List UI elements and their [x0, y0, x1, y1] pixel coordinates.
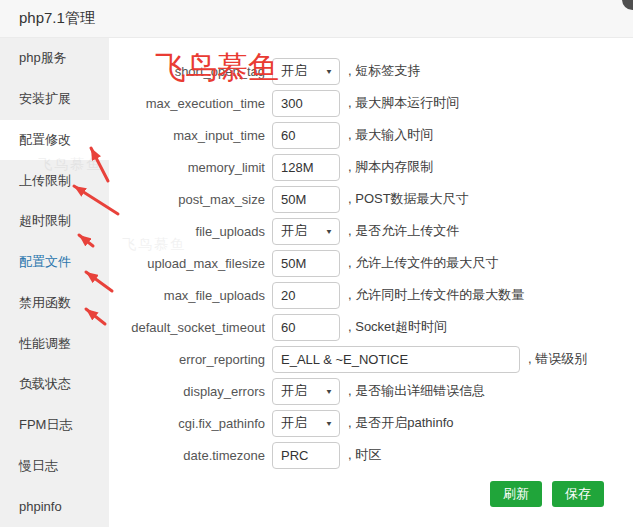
short-open-tag-select[interactable]: 开启 ▼	[272, 58, 340, 85]
memory-limit-input[interactable]	[272, 154, 340, 181]
field-label: date.timezone	[109, 448, 265, 463]
select-value: 开启	[281, 382, 307, 400]
sidebar-item-php-service[interactable]: php服务	[0, 38, 109, 79]
date-timezone-input[interactable]	[272, 442, 340, 469]
field-description: , 是否输出详细错误信息	[348, 382, 485, 400]
form-row: default_socket_timeout , Socket超时时间	[109, 311, 633, 343]
field-label: upload_max_filesize	[109, 256, 265, 271]
max-input-time-input[interactable]	[272, 122, 340, 149]
refresh-button[interactable]: 刷新	[490, 481, 542, 507]
field-label: cgi.fix_pathinfo	[109, 416, 265, 431]
field-label: max_input_time	[109, 128, 265, 143]
field-description: , 脚本内存限制	[348, 158, 433, 176]
field-description: , 允许同时上传文件的最大数量	[348, 286, 524, 304]
field-label: error_reporting	[109, 352, 265, 367]
chevron-down-icon: ▼	[325, 387, 333, 395]
sidebar-item-phpinfo[interactable]: phpinfo	[0, 486, 109, 527]
field-description: , 最大脚本运行时间	[348, 94, 459, 112]
select-value: 开启	[281, 62, 307, 80]
sidebar-item-slow-log[interactable]: 慢日志	[0, 446, 109, 487]
field-label: file_uploads	[109, 224, 265, 239]
default-socket-timeout-input[interactable]	[272, 314, 340, 341]
panel-title: php7.1管理	[0, 9, 95, 28]
field-description: , 最大输入时间	[348, 126, 433, 144]
display-errors-select[interactable]: 开启 ▼	[272, 378, 340, 405]
form-row: max_input_time , 最大输入时间	[109, 119, 633, 151]
max-file-uploads-input[interactable]	[272, 282, 340, 309]
field-label: default_socket_timeout	[109, 320, 265, 335]
upload-max-filesize-input[interactable]	[272, 250, 340, 277]
field-label: display_errors	[109, 384, 265, 399]
form-row: post_max_size , POST数据最大尺寸	[109, 183, 633, 215]
field-description: , Socket超时时间	[348, 318, 447, 336]
error-reporting-input[interactable]	[272, 346, 520, 373]
field-label: max_file_uploads	[109, 288, 265, 303]
chevron-down-icon: ▼	[325, 67, 333, 75]
form-row: max_file_uploads , 允许同时上传文件的最大数量	[109, 279, 633, 311]
field-description: , 错误级别	[528, 350, 587, 368]
field-description: , 时区	[348, 446, 381, 464]
sidebar-item-upload-limit[interactable]: 上传限制	[0, 160, 109, 201]
field-label: max_execution_time	[109, 96, 265, 111]
sidebar-item-performance-tuning[interactable]: 性能调整	[0, 323, 109, 364]
sidebar-item-load-status[interactable]: 负载状态	[0, 364, 109, 405]
select-value: 开启	[281, 222, 307, 240]
chevron-down-icon: ▼	[325, 227, 333, 235]
form-row: display_errors 开启 ▼ , 是否输出详细错误信息	[109, 375, 633, 407]
panel-header: php7.1管理	[0, 0, 633, 38]
form-actions: 刷新 保存	[109, 481, 633, 507]
form-row: memory_limit , 脚本内存限制	[109, 151, 633, 183]
form-row: cgi.fix_pathinfo 开启 ▼ , 是否开启pathinfo	[109, 407, 633, 439]
form-row: error_reporting , 错误级别	[109, 343, 633, 375]
form-row: upload_max_filesize , 允许上传文件的最大尺寸	[109, 247, 633, 279]
max-execution-time-input[interactable]	[272, 90, 340, 117]
chevron-down-icon: ▼	[325, 419, 333, 427]
field-description: , 是否允许上传文件	[348, 222, 459, 240]
form-row: short_open_tag 开启 ▼ , 短标签支持	[109, 55, 633, 87]
post-max-size-input[interactable]	[272, 186, 340, 213]
sidebar-item-config-file[interactable]: 配置文件	[0, 242, 109, 283]
sidebar-item-config-modify[interactable]: 配置修改	[0, 120, 109, 161]
field-label: short_open_tag	[109, 64, 265, 79]
field-description: , 是否开启pathinfo	[348, 414, 454, 432]
php-manager-panel: php7.1管理 php服务 安装扩展 配置修改 上传限制 超时限制 配置文件 …	[0, 0, 633, 527]
sidebar-item-install-extensions[interactable]: 安装扩展	[0, 79, 109, 120]
field-description: , POST数据最大尺寸	[348, 190, 469, 208]
form-row: max_execution_time , 最大脚本运行时间	[109, 87, 633, 119]
sidebar-item-fpm-log[interactable]: FPM日志	[0, 405, 109, 446]
field-label: memory_limit	[109, 160, 265, 175]
sidebar-nav: php服务 安装扩展 配置修改 上传限制 超时限制 配置文件 禁用函数 性能调整…	[0, 38, 109, 527]
config-content: 飞鸟慕鱼 short_open_tag 开启 ▼ , 短标签支持 max_exe…	[109, 38, 633, 527]
select-value: 开启	[281, 414, 307, 432]
file-uploads-select[interactable]: 开启 ▼	[272, 218, 340, 245]
save-button[interactable]: 保存	[552, 481, 604, 507]
field-description: , 短标签支持	[348, 62, 420, 80]
form-row: file_uploads 开启 ▼ , 是否允许上传文件	[109, 215, 633, 247]
form-row: date.timezone , 时区	[109, 439, 633, 471]
sidebar-item-timeout-limit[interactable]: 超时限制	[0, 201, 109, 242]
field-description: , 允许上传文件的最大尺寸	[348, 254, 498, 272]
sidebar-item-disabled-functions[interactable]: 禁用函数	[0, 283, 109, 324]
field-label: post_max_size	[109, 192, 265, 207]
php-config-form: short_open_tag 开启 ▼ , 短标签支持 max_executio…	[109, 55, 633, 471]
cgi-fix-pathinfo-select[interactable]: 开启 ▼	[272, 410, 340, 437]
